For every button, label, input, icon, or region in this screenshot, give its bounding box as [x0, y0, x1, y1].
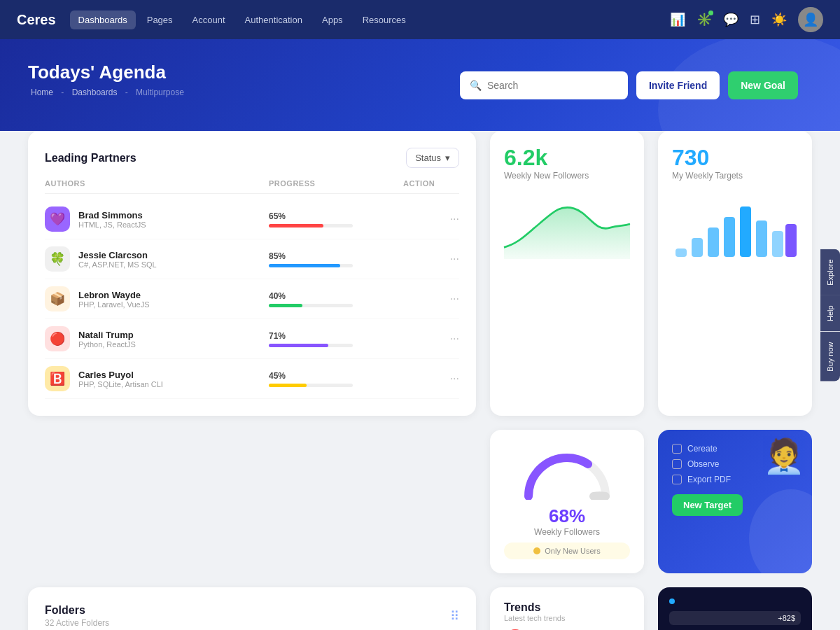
status-label: Status	[415, 153, 441, 163]
header-actions: 🔍 Invite Friend New Goal	[460, 71, 798, 99]
col-progress: PROGRESS	[269, 179, 403, 188]
author-avatar: 🅱️	[45, 366, 70, 391]
action-menu-button[interactable]: ···	[403, 253, 459, 265]
chat-icon[interactable]: 💬	[723, 12, 738, 27]
progress-bar-bg	[269, 224, 353, 227]
author-list: 💜 Brad Simmons HTML, JS, ReactJS 65% ···…	[45, 200, 459, 399]
author-tech: Python, ReactJS	[78, 340, 136, 349]
dark-stat-badge: +82$	[669, 611, 801, 625]
breadcrumb-current: Multipurpose	[136, 88, 184, 97]
page-title: Todays' Agenda	[28, 62, 812, 83]
svg-rect-0	[676, 248, 687, 257]
nav-item-pages[interactable]: Pages	[139, 10, 181, 29]
nav-item-account[interactable]: Account	[184, 10, 234, 29]
author-name: Natali Trump	[78, 330, 136, 340]
author-name: Jessie Clarcson	[78, 250, 157, 260]
author-info: 📦 Lebron Wayde PHP, Laravel, VueJS	[45, 286, 269, 312]
decorative-blob	[749, 489, 812, 573]
action-menu-button[interactable]: ···	[403, 332, 459, 345]
author-info: 🔴 Natali Trump Python, ReactJS	[45, 326, 269, 351]
checkbox-export[interactable]	[672, 475, 682, 484]
gauge-pct: 68%	[504, 505, 630, 527]
checkbox-observe[interactable]	[672, 459, 682, 469]
author-tech: HTML, JS, ReactJS	[78, 220, 146, 229]
progress-pct: 45%	[269, 371, 403, 381]
folders-subtitle: 32 Active Folders	[45, 618, 109, 628]
svg-rect-6	[772, 231, 783, 257]
bar-chart-icon[interactable]: 📊	[670, 12, 685, 27]
nav-item-apps[interactable]: Apps	[314, 10, 351, 29]
folders-title: Folders	[45, 604, 109, 617]
new-goal-button[interactable]: New Goal	[728, 71, 798, 99]
progress-cell: 40%	[269, 291, 403, 307]
followers-card: 6.2k Weekly New Followers	[490, 131, 644, 416]
progress-bar-bg	[269, 304, 353, 307]
help-tab[interactable]: Help	[820, 295, 840, 332]
author-avatar: 🔴	[45, 326, 70, 351]
folders-card: Folders 32 Active Folders ⠿ 📁 Project Al…	[28, 587, 476, 630]
nav-items: DashboardsPagesAccountAuthenticationApps…	[70, 10, 670, 29]
table-row: 💜 Brad Simmons HTML, JS, ReactJS 65% ···	[45, 200, 459, 239]
grid-icon[interactable]: ⊞	[750, 12, 760, 27]
invite-friend-button[interactable]: Invite Friend	[636, 71, 720, 99]
explore-tab[interactable]: Explore	[820, 248, 840, 295]
search-bar[interactable]: 🔍	[460, 71, 628, 99]
nav-item-resources[interactable]: Resources	[354, 10, 414, 29]
nav-item-dashboards[interactable]: Dashboards	[70, 10, 136, 29]
action-menu-button[interactable]: ···	[403, 293, 459, 305]
progress-bar-fill	[269, 344, 328, 347]
breadcrumb-sep1: -	[61, 88, 66, 97]
author-info: 💜 Brad Simmons HTML, JS, ReactJS	[45, 206, 269, 232]
only-new-text: Only New Users	[545, 547, 600, 555]
progress-cell: 71%	[269, 331, 403, 347]
author-name: Carles Puyol	[78, 370, 163, 380]
progress-bar-fill	[269, 384, 307, 387]
person-illustration: 🧑‍💼	[763, 437, 805, 476]
weekly-target-card: Cereate Observe Export PDF New Target 🧑‍…	[658, 430, 812, 573]
svg-rect-1	[692, 238, 703, 257]
author-name: Brad Simmons	[78, 210, 146, 220]
gauge-label: Weekly Followers	[504, 527, 630, 537]
progress-bar-fill	[269, 264, 340, 267]
progress-pct: 65%	[269, 211, 403, 221]
progress-pct: 71%	[269, 331, 403, 341]
nav-item-authentication[interactable]: Authentication	[237, 10, 311, 29]
dot-yellow-icon	[533, 547, 540, 554]
targets-card: 730 My Weekly Targets	[658, 131, 812, 416]
progress-pct: 40%	[269, 291, 403, 301]
author-tech: C#, ASP.NET, MS SQL	[78, 260, 157, 269]
targets-chart	[672, 189, 798, 402]
only-new-badge: Only New Users	[504, 542, 630, 559]
progress-bar-fill	[269, 224, 323, 227]
leading-partners-header: Leading Partners Status ▾	[45, 148, 459, 168]
svg-rect-5	[756, 220, 767, 257]
new-target-button[interactable]: New Target	[672, 494, 743, 516]
trends-subtitle: Latest tech trends	[504, 614, 630, 622]
breadcrumb-dashboards[interactable]: Dashboards	[72, 88, 118, 97]
progress-bar-fill	[269, 304, 302, 307]
asterisk-icon[interactable]: ✳️	[696, 12, 712, 27]
trends-card: Trends Latest tech trends 🅿️ Top Authors…	[490, 587, 644, 630]
settings-icon[interactable]: ☀️	[771, 12, 787, 27]
breadcrumb-home[interactable]: Home	[31, 88, 53, 97]
chevron-down-icon: ▾	[445, 153, 450, 163]
gauge-svg	[518, 444, 616, 500]
buy-now-tab[interactable]: Buy now	[820, 331, 840, 381]
avatar[interactable]: 👤	[798, 7, 823, 32]
header-banner: Todays' Agenda Home - Dashboards - Multi…	[0, 39, 840, 131]
col-action: ACTION	[403, 179, 459, 188]
side-tabs: Explore Help Buy now	[820, 248, 840, 381]
trends-title: Trends	[504, 601, 630, 614]
checkbox-create[interactable]	[672, 444, 682, 454]
leading-partners-title: Leading Partners	[45, 152, 136, 164]
svg-rect-4	[740, 206, 751, 257]
author-tech: PHP, Laravel, VueJS	[78, 300, 150, 309]
progress-cell: 85%	[269, 251, 403, 267]
status-dropdown[interactable]: Status ▾	[406, 148, 459, 168]
leading-partners-card: Leading Partners Status ▾ AUTHORS PROGRE…	[28, 131, 476, 416]
trend-list: 🅿️ Top Authors Mark, Rowling, Esther ✈️ …	[504, 622, 630, 630]
folders-dots-icon[interactable]: ⠿	[450, 608, 459, 624]
action-menu-button[interactable]: ···	[403, 213, 459, 225]
search-input[interactable]	[487, 80, 618, 91]
action-menu-button[interactable]: ···	[403, 372, 459, 385]
